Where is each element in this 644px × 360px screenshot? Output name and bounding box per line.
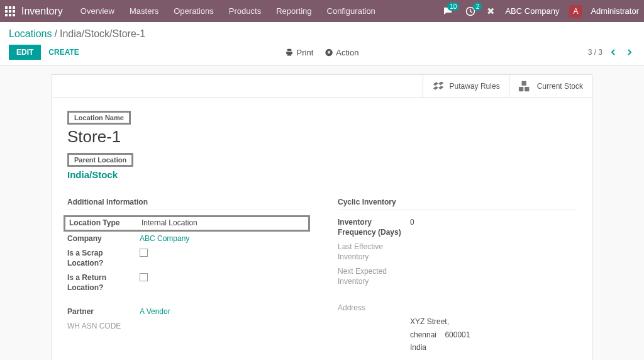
menu-reporting[interactable]: Reporting [270, 3, 318, 20]
menu-operations[interactable]: Operations [167, 3, 220, 20]
svg-rect-12 [521, 81, 526, 86]
current-stock-button[interactable]: Current Stock [509, 75, 592, 98]
svg-rect-1 [9, 6, 11, 9]
asn-label: WH ASN CODE [67, 322, 140, 332]
svg-rect-11 [525, 87, 529, 91]
freq-label: Inventory Frequency (Days) [338, 218, 410, 237]
svg-rect-7 [9, 14, 11, 16]
messages-badge: 10 [447, 3, 459, 11]
svg-rect-0 [5, 6, 8, 9]
location-type-label: Location Type [69, 218, 142, 228]
pager-next[interactable] [624, 47, 635, 58]
return-label: Is a Return Location? [67, 273, 140, 293]
breadcrumb-root[interactable]: Locations [9, 28, 52, 40]
breadcrumb: Locations / India/Stock/Store-1 [9, 28, 635, 40]
activities-icon[interactable]: 2 [465, 6, 475, 16]
svg-rect-2 [13, 6, 15, 9]
apps-icon[interactable] [5, 6, 15, 16]
svg-rect-6 [5, 14, 8, 16]
avatar: A [569, 5, 582, 18]
create-button[interactable]: CREATE [48, 48, 79, 57]
action-button[interactable]: Action [325, 48, 358, 57]
edit-button[interactable]: EDIT [9, 45, 41, 60]
messages-icon[interactable]: 10 [443, 6, 453, 16]
svg-rect-4 [9, 10, 11, 13]
app-name[interactable]: Inventory [21, 6, 63, 17]
location-name-label: Location Name [67, 111, 131, 125]
breadcrumb-current: India/Stock/Store-1 [60, 28, 145, 40]
putaway-rules-button[interactable]: Putaway Rules [423, 75, 509, 98]
scrap-label: Is a Scrap Location? [67, 249, 140, 268]
next-inventory-label: Next Expected Inventory [338, 267, 410, 286]
parent-location-label: Parent Location [67, 153, 133, 167]
address-block: XYZ Street, chennai 600001 India [410, 315, 577, 354]
print-button[interactable]: Print [286, 48, 314, 57]
svg-rect-3 [5, 10, 8, 13]
partner-value[interactable]: A Vendor [140, 307, 170, 316]
last-inventory-label: Last Effective Inventory [338, 242, 410, 262]
activities-badge: 2 [473, 3, 482, 11]
partner-label: Partner [67, 307, 140, 317]
parent-location-value[interactable]: India/Stock [67, 169, 118, 180]
address-label: Address [338, 303, 410, 313]
company-selector[interactable]: ABC Company [505, 6, 559, 16]
svg-rect-5 [13, 10, 15, 13]
freq-value: 0 [410, 218, 414, 227]
scrap-checkbox[interactable] [140, 249, 148, 257]
pager-prev[interactable] [608, 47, 619, 58]
debug-icon[interactable]: ✖ [487, 6, 495, 17]
menu-masters[interactable]: Masters [123, 3, 165, 20]
menu-overview[interactable]: Overview [74, 3, 121, 20]
svg-rect-8 [13, 14, 15, 16]
location-name-value: Store-1 [67, 127, 577, 147]
additional-info-header: Additional Information [67, 198, 306, 210]
return-checkbox[interactable] [140, 273, 148, 281]
company-label: Company [67, 234, 140, 244]
company-value[interactable]: ABC Company [140, 234, 189, 243]
location-type-value: Internal Location [142, 218, 197, 227]
menu-configuration[interactable]: Configuration [321, 3, 382, 20]
user-menu[interactable]: Administrator [591, 6, 639, 16]
cyclic-header: Cyclic Inventory [338, 198, 577, 210]
menu-products[interactable]: Products [223, 3, 267, 20]
svg-rect-10 [519, 87, 523, 91]
pager-text: 3 / 3 [588, 48, 602, 57]
